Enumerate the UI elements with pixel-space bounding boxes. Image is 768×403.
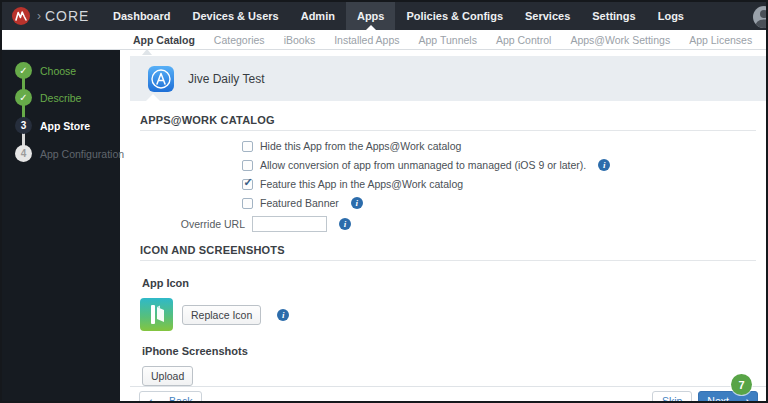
topnav-item-settings[interactable]: Settings bbox=[581, 2, 646, 30]
override-url-label: Override URL bbox=[140, 218, 245, 230]
app-icon-row: Replace Icon i bbox=[140, 298, 756, 331]
subnav-item-app-tunnels[interactable]: App Tunnels bbox=[419, 34, 477, 46]
allow-conversion-checkbox[interactable] bbox=[242, 160, 253, 171]
checkbox-row-hide-app[interactable]: Hide this App from the Apps@Work catalog bbox=[242, 140, 756, 152]
info-icon[interactable]: i bbox=[598, 159, 610, 171]
section-title-icon-screenshots: ICON AND SCREENSHOTS bbox=[140, 244, 756, 256]
topnav-item-admin[interactable]: Admin bbox=[290, 2, 346, 30]
user-avatar[interactable] bbox=[753, 6, 768, 28]
replace-icon-button[interactable]: Replace Icon bbox=[182, 305, 261, 325]
topnav-item-devices-users[interactable]: Devices & Users bbox=[181, 2, 289, 30]
checkbox-row-featured-banner[interactable]: Featured Banner i bbox=[242, 197, 756, 209]
iphone-screenshots-label: iPhone Screenshots bbox=[142, 345, 756, 357]
topnav-item-services[interactable]: Services bbox=[514, 2, 581, 30]
band-notch bbox=[146, 94, 160, 101]
jive-daily-app-icon bbox=[140, 298, 173, 331]
next-arrow-icon: ⟶ bbox=[734, 395, 749, 403]
step-label: Choose bbox=[40, 65, 76, 77]
topnav-menu: Dashboard Devices & Users Admin Apps Pol… bbox=[102, 2, 695, 30]
mobileiron-logo-icon bbox=[12, 7, 30, 25]
app-icon-label: App Icon bbox=[142, 277, 756, 289]
topnav-item-dashboard[interactable]: Dashboard bbox=[102, 2, 181, 30]
info-icon[interactable]: i bbox=[339, 218, 351, 230]
subnav-item-ibooks[interactable]: iBooks bbox=[284, 34, 316, 46]
upload-button[interactable]: Upload bbox=[142, 366, 193, 386]
skip-button-label: Skip bbox=[662, 395, 682, 403]
top-navbar: › CORE Dashboard Devices & Users Admin A… bbox=[2, 2, 766, 30]
checkbox-row-feature-app[interactable]: Feature this App in the Apps@Work catalo… bbox=[242, 178, 756, 190]
override-url-row: Override URL i bbox=[140, 216, 756, 232]
checkbox-row-allow-conversion[interactable]: Allow conversion of app from unmanaged t… bbox=[242, 159, 756, 171]
hide-app-checkbox[interactable] bbox=[242, 141, 253, 152]
override-url-input[interactable] bbox=[252, 216, 327, 232]
wizard-step-choose[interactable]: ✓ Choose bbox=[15, 62, 76, 79]
check-icon: ✓ bbox=[15, 62, 32, 79]
checkbox-label: Hide this App from the Apps@Work catalog bbox=[260, 140, 461, 152]
app-title: Jive Daily Test bbox=[188, 72, 264, 86]
section-divider bbox=[140, 260, 756, 261]
wizard-step-app-configuration[interactable]: 4 App Configuration bbox=[15, 145, 124, 162]
next-button-label: Next bbox=[707, 395, 729, 403]
app-header-band: Jive Daily Test bbox=[130, 56, 766, 101]
subnav-item-categories[interactable]: Categories bbox=[214, 34, 265, 46]
wizard-step-describe[interactable]: ✓ Describe bbox=[15, 89, 81, 106]
annotation-badge-7: 7 bbox=[731, 374, 752, 395]
step-number: 4 bbox=[15, 145, 32, 162]
skip-button[interactable]: Skip bbox=[652, 391, 692, 403]
step-label: App Store bbox=[40, 120, 90, 132]
section-divider bbox=[140, 130, 756, 131]
subnav-item-app-licenses[interactable]: App Licenses bbox=[689, 34, 752, 46]
featured-banner-checkbox[interactable] bbox=[242, 198, 253, 209]
section-title-appswork-catalog: APPS@WORK CATALOG bbox=[140, 114, 756, 126]
app-window: › CORE Dashboard Devices & Users Admin A… bbox=[0, 0, 768, 403]
brand[interactable]: › CORE bbox=[2, 7, 102, 25]
step-number: 3 bbox=[15, 117, 32, 134]
topnav-item-policies-configs[interactable]: Policies & Configs bbox=[395, 2, 514, 30]
topnav-item-apps[interactable]: Apps bbox=[346, 2, 396, 30]
info-icon[interactable]: i bbox=[351, 197, 363, 209]
wizard-footer: ⟵ Back Skip Next ⟶ 7 bbox=[130, 386, 766, 403]
next-button[interactable]: Next ⟶ bbox=[698, 391, 758, 403]
subnav-item-app-control[interactable]: App Control bbox=[496, 34, 551, 46]
wizard-sidebar: ✓ Choose ✓ Describe 3 App Store 4 App Co… bbox=[2, 50, 120, 401]
form-sections: APPS@WORK CATALOG Hide this App from the… bbox=[130, 101, 766, 386]
subnav-item-appswork-settings[interactable]: Apps@Work Settings bbox=[570, 34, 670, 46]
step-label: App Configuration bbox=[40, 148, 124, 160]
feature-app-checkbox[interactable] bbox=[242, 179, 253, 190]
app-store-icon bbox=[148, 66, 174, 92]
subnav: App Catalog Categories iBooks Installed … bbox=[2, 30, 766, 50]
topnav-item-logs[interactable]: Logs bbox=[647, 2, 695, 30]
check-icon: ✓ bbox=[15, 89, 32, 106]
step-label: Describe bbox=[40, 92, 81, 104]
wizard-step-app-store[interactable]: 3 App Store bbox=[15, 117, 90, 134]
info-icon[interactable]: i bbox=[277, 309, 289, 321]
checkbox-label: Feature this App in the Apps@Work catalo… bbox=[260, 178, 463, 190]
subnav-item-app-catalog[interactable]: App Catalog bbox=[133, 34, 195, 46]
back-button[interactable]: ⟵ Back bbox=[139, 391, 202, 403]
checkbox-label: Allow conversion of app from unmanaged t… bbox=[260, 159, 586, 171]
back-button-label: Back bbox=[169, 395, 192, 403]
brand-chevron-icon: › bbox=[37, 9, 41, 23]
brand-name: CORE bbox=[45, 8, 89, 24]
checkbox-label: Featured Banner bbox=[260, 197, 339, 209]
subnav-caret bbox=[142, 49, 152, 55]
back-arrow-icon: ⟵ bbox=[149, 395, 164, 403]
subnav-item-installed-apps[interactable]: Installed Apps bbox=[334, 34, 399, 46]
main-content: Jive Daily Test APPS@WORK CATALOG Hide t… bbox=[130, 50, 766, 401]
